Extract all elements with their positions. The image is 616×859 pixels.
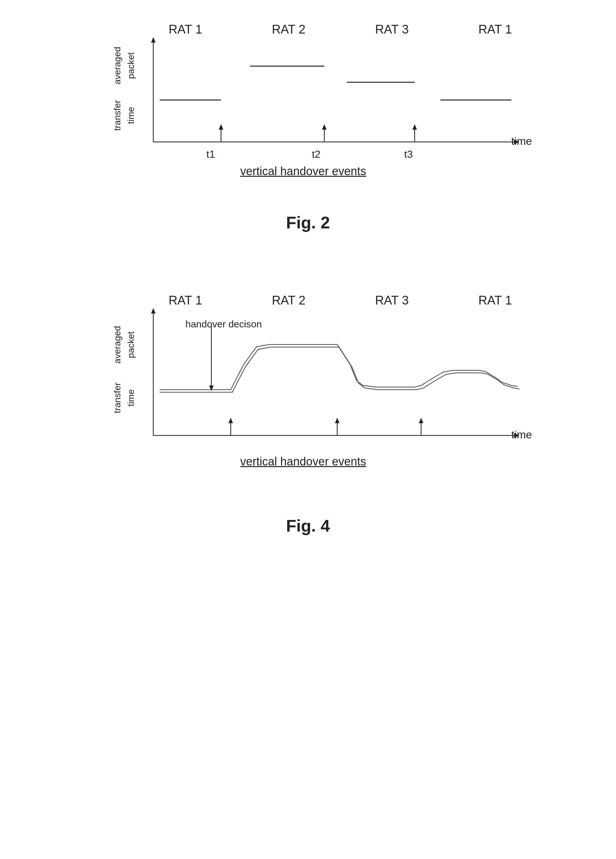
t3-label-fig2: t3 (404, 148, 413, 160)
svg-marker-1 (151, 37, 156, 42)
svg-marker-25 (419, 418, 424, 423)
fig4-title: Fig. 4 (286, 516, 330, 536)
svg-marker-9 (219, 124, 223, 130)
chart-svg-fig4 (111, 290, 531, 471)
svg-marker-21 (228, 418, 233, 423)
x-axis-label-fig2: vertical handover events (241, 164, 366, 178)
figure-4: RAT 1 RAT 2 RAT 3 RAT 1 averaged packet … (50, 284, 566, 536)
t2-label-fig2: t2 (312, 148, 321, 160)
time-label-fig4: time (511, 428, 532, 441)
handover-label-fig4: handover decison (186, 319, 262, 330)
x-axis-label-fig4: vertical handover events (241, 455, 366, 469)
svg-marker-11 (322, 124, 327, 130)
svg-marker-19 (209, 386, 214, 391)
chart-svg-fig2 (111, 19, 531, 174)
time-label-fig2: time (511, 135, 532, 147)
fig2-title: Fig. 2 (286, 213, 330, 232)
svg-marker-13 (413, 124, 417, 130)
svg-marker-15 (151, 308, 156, 314)
figure-2: RAT 1 RAT 2 RAT 3 RAT 1 averaged packet … (50, 13, 566, 232)
t1-label-fig2: t1 (206, 148, 215, 160)
svg-marker-23 (335, 418, 339, 423)
